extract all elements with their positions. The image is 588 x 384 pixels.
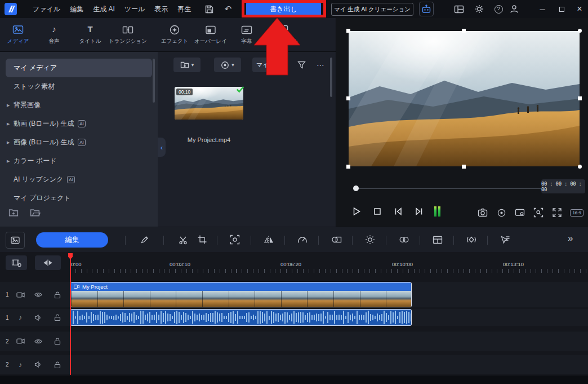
- record-button[interactable]: ▾: [214, 58, 241, 72]
- audio-meter-icon[interactable]: [434, 206, 440, 217]
- menu-generative-ai[interactable]: 生成 AI: [93, 5, 115, 14]
- snapshot-camera-icon[interactable]: [477, 207, 488, 218]
- menu-file[interactable]: ファイル: [33, 5, 60, 14]
- account-icon[interactable]: [509, 4, 519, 14]
- playhead[interactable]: [70, 253, 71, 375]
- media-collection-dropdown[interactable]: マイ: [252, 58, 282, 72]
- sidebar-item-my-media[interactable]: マイ メディア: [6, 59, 152, 77]
- display-settings-icon[interactable]: [514, 207, 525, 218]
- menu-tools[interactable]: ツール: [124, 5, 145, 14]
- edit-mode-button[interactable]: 編集: [36, 232, 108, 248]
- export-button[interactable]: 書き出し: [246, 2, 321, 16]
- sidebar-item-color-board[interactable]: ▶ カラー ボード: [0, 152, 158, 170]
- tab-media[interactable]: メディア: [0, 20, 36, 50]
- expand-arrow-icon[interactable]: ▶: [7, 159, 10, 164]
- add-to-timeline-button[interactable]: [6, 232, 25, 249]
- crop-icon[interactable]: [196, 233, 208, 246]
- more-tools-icon[interactable]: »: [568, 233, 573, 244]
- eye-icon[interactable]: [34, 337, 43, 346]
- sidebar-item-image-broll-generate[interactable]: ▶ 画像 (Bロール) 生成 AI: [0, 133, 158, 152]
- layout-icon[interactable]: [454, 4, 464, 14]
- app-logo-icon[interactable]: [5, 3, 18, 15]
- ai-creations-button[interactable]: マイ 生成 AI クリエーション: [331, 3, 413, 16]
- record-screen-icon[interactable]: [496, 207, 507, 218]
- flip-icon[interactable]: [262, 233, 275, 246]
- timeline-audio-clip[interactable]: [70, 309, 412, 326]
- resize-handle[interactable]: [346, 165, 350, 169]
- menu-edit[interactable]: 編集: [70, 5, 83, 14]
- lock-icon[interactable]: [53, 290, 62, 299]
- tab-effects[interactable]: エフェクト: [157, 20, 193, 50]
- render-preview-button[interactable]: [6, 255, 27, 270]
- save-icon[interactable]: [204, 4, 214, 14]
- track-audio-2[interactable]: 2 ♪: [0, 355, 588, 374]
- preview-video[interactable]: [349, 31, 580, 166]
- tab-templates[interactable]: テンプレート: [265, 20, 301, 50]
- scene-detect-icon[interactable]: [229, 233, 241, 246]
- split-scissors-icon[interactable]: [177, 233, 189, 246]
- lock-icon[interactable]: [53, 360, 62, 369]
- previous-frame-button[interactable]: [393, 206, 404, 217]
- resize-handle[interactable]: [462, 165, 466, 169]
- sidebar-item-video-broll-generate[interactable]: ▶ 動画 (Bロール) 生成 AI: [0, 114, 158, 133]
- tab-subtitles[interactable]: 字幕: [229, 20, 265, 50]
- media-scrollbar[interactable]: [330, 58, 332, 97]
- draw-pen-icon[interactable]: [139, 233, 151, 246]
- timeline-video-clip[interactable]: My Project: [70, 282, 412, 307]
- speaker-icon[interactable]: [34, 360, 43, 369]
- help-icon[interactable]: ?: [493, 4, 504, 14]
- tab-titles[interactable]: T タイトル: [72, 20, 108, 50]
- tab-overlays[interactable]: オーバーレイ: [193, 20, 229, 50]
- filter-icon[interactable]: [295, 59, 308, 71]
- close-button[interactable]: ×: [572, 0, 587, 18]
- mask-icon[interactable]: [330, 233, 342, 246]
- color-match-icon[interactable]: [398, 233, 410, 246]
- lock-icon[interactable]: [53, 313, 62, 322]
- resize-handle[interactable]: [462, 29, 466, 33]
- minimize-button[interactable]: ─: [535, 0, 550, 18]
- more-options-icon[interactable]: ⋯: [314, 59, 327, 71]
- menu-view[interactable]: 表示: [154, 5, 168, 14]
- eye-icon[interactable]: [34, 290, 43, 299]
- keyframe-icon[interactable]: [465, 233, 478, 246]
- rotate-handle[interactable]: [578, 29, 582, 33]
- undo-icon[interactable]: ↶: [223, 4, 233, 14]
- zoom-select-icon[interactable]: [533, 207, 544, 218]
- lock-icon[interactable]: [53, 337, 62, 346]
- aspect-ratio-badge[interactable]: 16:9: [570, 209, 583, 217]
- tab-transitions[interactable]: トランジション: [108, 20, 148, 50]
- expand-arrow-icon[interactable]: ▶: [7, 122, 10, 126]
- collapse-panel-button[interactable]: ‹: [158, 138, 166, 157]
- next-frame-button[interactable]: [413, 206, 425, 217]
- stop-button[interactable]: [372, 206, 383, 217]
- resize-handle[interactable]: [578, 165, 582, 169]
- render-cursor-icon[interactable]: [499, 233, 511, 246]
- sidebar-item-ai-lip-sync[interactable]: AI リップシンク AI: [0, 170, 158, 189]
- import-media-button[interactable]: ▾: [173, 58, 201, 72]
- expand-arrow-icon[interactable]: ▶: [7, 103, 10, 108]
- menu-playback[interactable]: 再生: [177, 5, 191, 14]
- expand-arrow-icon[interactable]: ▶: [7, 140, 10, 145]
- sidebar-item-background-images[interactable]: ▶ 背景画像: [0, 96, 158, 114]
- media-clip-thumbnail[interactable]: 00:10: [175, 87, 243, 120]
- seek-knob[interactable]: [353, 186, 359, 191]
- add-folder-icon[interactable]: [8, 208, 19, 217]
- adjust-sun-icon[interactable]: [364, 233, 376, 246]
- ai-copilot-button[interactable]: [419, 2, 434, 16]
- resize-handle[interactable]: [578, 96, 582, 100]
- resize-handle[interactable]: [346, 29, 350, 33]
- settings-gear-icon[interactable]: [474, 4, 484, 14]
- preview-seek-bar[interactable]: [353, 185, 545, 192]
- sidebar-item-stock-media[interactable]: ストック素材: [0, 77, 158, 96]
- sidebar-item-my-projects[interactable]: マイ プロジェクト: [0, 189, 158, 208]
- tab-audio[interactable]: ♪ 音声: [36, 20, 72, 50]
- project-folder-icon[interactable]: [29, 208, 41, 217]
- play-button[interactable]: [351, 206, 362, 217]
- speaker-icon[interactable]: [34, 313, 43, 322]
- fullscreen-icon[interactable]: [551, 207, 563, 218]
- lut-board-icon[interactable]: [431, 233, 444, 246]
- maximize-button[interactable]: [554, 0, 569, 18]
- marker-button[interactable]: [35, 255, 61, 270]
- track-video-2[interactable]: 2: [0, 332, 588, 351]
- timeline-ruler[interactable]: [70, 269, 588, 273]
